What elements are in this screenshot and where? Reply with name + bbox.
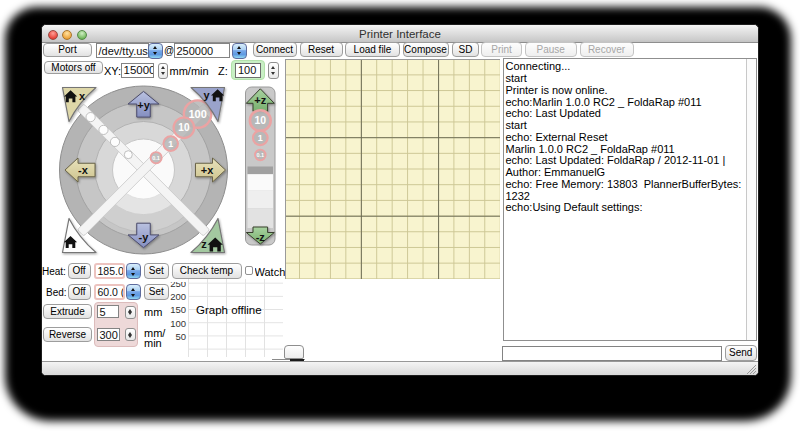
svg-text:10: 10 [178, 122, 190, 133]
svg-text:0.1: 0.1 [152, 155, 160, 161]
svg-text:+y: +y [137, 99, 150, 111]
svg-text:-x: -x [78, 164, 89, 176]
svg-text:-y: -y [139, 231, 150, 243]
svg-text:y: y [203, 89, 210, 101]
svg-text:+x: +x [201, 164, 214, 176]
svg-text:z: z [201, 238, 207, 250]
svg-text:1: 1 [258, 133, 263, 143]
svg-text:x: x [79, 90, 86, 102]
svg-text:0.1: 0.1 [256, 152, 264, 158]
svg-text:10: 10 [254, 114, 266, 126]
svg-text:100: 100 [188, 108, 206, 120]
svg-text:-z: -z [256, 231, 266, 243]
svg-text:1: 1 [168, 139, 173, 149]
svg-text:+z: +z [254, 94, 266, 106]
